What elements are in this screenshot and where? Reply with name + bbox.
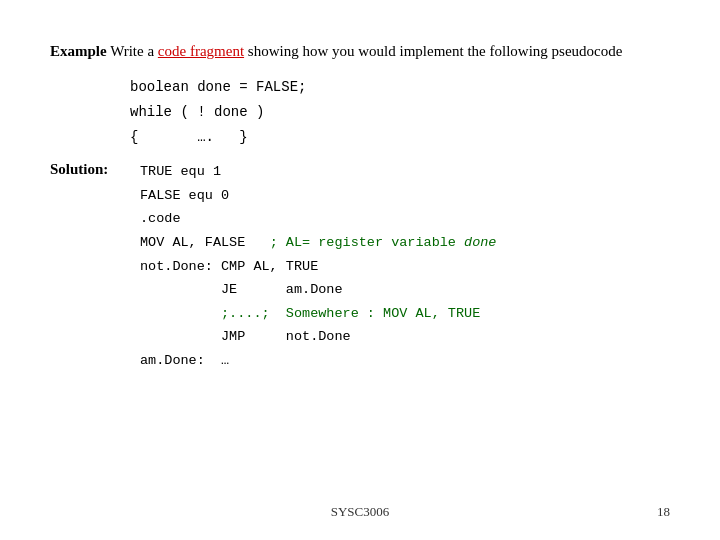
solution-line-1: TRUE equ 1 [140,160,496,184]
solution-line-8: JMP not.Done [140,325,496,349]
solution-block: Solution: TRUE equ 1 FALSE equ 0 .code M… [50,160,670,373]
pseudocode-line1: boolean done = FALSE; [130,75,670,100]
solution-line-7: ;....; Somewhere : MOV AL, TRUE [140,302,496,326]
pseudocode-line3: { …. } [130,125,670,150]
solution-line-6: JE am.Done [140,278,496,302]
footer-course: SYSC3006 [331,504,390,520]
solution-line-5: not.Done: CMP AL, TRUE [140,255,496,279]
slide-page: Example Write a code fragment showing ho… [0,0,720,540]
footer-page-number: 18 [657,504,670,520]
example-text2: showing how you would implement the foll… [244,43,622,59]
example-paragraph: Example Write a code fragment showing ho… [50,40,670,63]
solution-line-3: .code [140,207,496,231]
example-text1: Write a [107,43,158,59]
solution-line-4: MOV AL, FALSE ; AL= register variable do… [140,231,496,255]
solution-line-9: am.Done: … [140,349,496,373]
solution-line-2: FALSE equ 0 [140,184,496,208]
pseudocode-line2: while ( ! done ) [130,100,670,125]
pseudocode-block: boolean done = FALSE; while ( ! done ) {… [130,75,670,151]
solution-label: Solution: [50,160,140,178]
comment-somewhere: ;....; Somewhere : MOV AL, TRUE [221,306,480,321]
code-fragment-text: code fragment [158,43,244,59]
example-label: Example [50,43,107,59]
solution-code: TRUE equ 1 FALSE equ 0 .code MOV AL, FAL… [140,160,496,373]
comment-al: ; AL= register variable done [270,235,497,250]
footer: SYSC3006 18 [0,504,720,520]
